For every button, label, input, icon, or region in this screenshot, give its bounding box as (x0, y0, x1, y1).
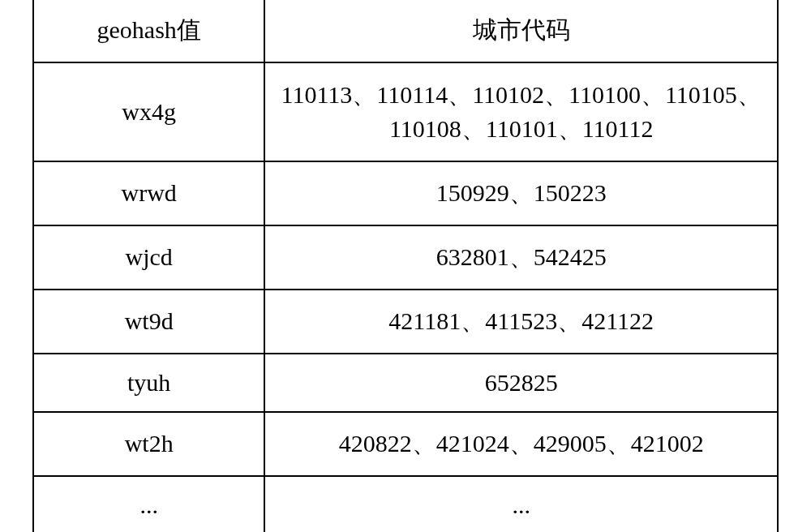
header-geohash: geohash值 (33, 0, 264, 62)
header-city-code: 城市代码 (264, 0, 778, 62)
table-row: tyuh 652825 (33, 354, 778, 412)
cell-city-code: ... (264, 476, 778, 533)
cell-city-code: 150929、150223 (264, 161, 778, 225)
cell-geohash: wt2h (33, 412, 264, 476)
cell-city-code: 110113、110114、110102、110100、110105、11010… (264, 62, 778, 161)
table-header-row: geohash值 城市代码 (33, 0, 778, 62)
table-row: wjcd 632801、542425 (33, 225, 778, 290)
table-row: wt2h 420822、421024、429005、421002 (33, 412, 778, 476)
cell-city-code: 420822、421024、429005、421002 (264, 412, 778, 476)
table-row: wx4g 110113、110114、110102、110100、110105、… (33, 62, 778, 161)
cell-geohash: wt9d (33, 290, 264, 354)
table-row: wrwd 150929、150223 (33, 161, 778, 225)
cell-geohash: tyuh (33, 354, 264, 412)
table-row: wt9d 421181、411523、421122 (33, 290, 778, 354)
table-row: ... ... (33, 476, 778, 533)
cell-city-code: 632801、542425 (264, 225, 778, 290)
cell-geohash: wrwd (33, 161, 264, 225)
cell-geohash: ... (33, 476, 264, 533)
cell-city-code: 421181、411523、421122 (264, 290, 778, 354)
cell-city-code: 652825 (264, 354, 778, 412)
cell-geohash: wjcd (33, 225, 264, 290)
cell-geohash: wx4g (33, 62, 264, 161)
geohash-city-table: geohash值 城市代码 wx4g 110113、110114、110102、… (32, 0, 779, 532)
